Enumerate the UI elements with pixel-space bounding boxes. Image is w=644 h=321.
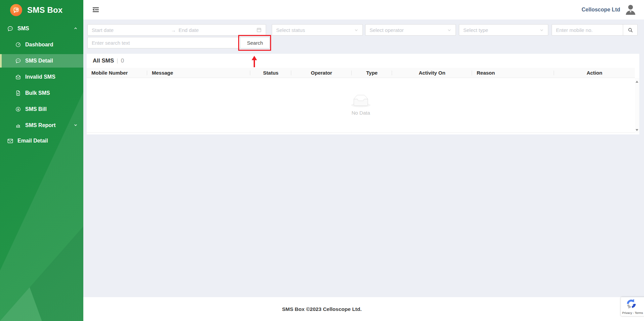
all-sms-title: All SMS [93,57,114,64]
search-icon [628,27,633,33]
chevron-down-icon [354,28,358,32]
type-select-placeholder: Select type [463,27,540,33]
date-range-picker[interactable]: Start date → End date [87,24,266,36]
search-button[interactable]: Search [240,37,270,48]
brand-logo[interactable]: SMS Box [0,0,83,20]
start-date-placeholder: Start date [92,27,170,33]
sidebar-item-label: Invalid SMS [25,74,55,80]
search-button-label: Search [247,40,263,46]
sms-box-logo-icon [10,4,22,16]
sidebar-item-sms-report[interactable]: SMS Report [0,119,83,132]
sidebar-item-dashboard[interactable]: Dashboard [0,38,83,51]
envelope-icon [7,138,13,144]
col-status: Status [250,68,291,78]
user-menu[interactable]: Celloscope Ltd [582,0,637,19]
chevron-down-icon [447,28,452,32]
user-name: Celloscope Ltd [582,7,620,13]
sidebar-item-sms-bill[interactable]: $ SMS Bill [0,103,83,116]
col-activity-on: Activity On [392,68,472,78]
sidebar-item-bulk-sms[interactable]: Bulk SMS [0,86,83,100]
sidebar-item-sms-detail[interactable]: SMS Detail [0,54,83,68]
sidebar-item-email-detail[interactable]: Email Detail [0,134,83,148]
mobile-number-input[interactable] [552,24,623,36]
end-date-placeholder: End date [179,27,257,33]
recaptcha-privacy-terms[interactable]: Privacy - Terms [621,311,644,315]
col-mobile-number: Mobile Number [87,68,147,78]
bar-chart-icon [15,122,21,128]
message-icon [15,58,21,64]
scroll-up-icon[interactable] [636,81,638,83]
copyright-text: SMS Box ©2023 Celloscope Ltd. [282,306,361,312]
sidebar-item-label: SMS Report [25,122,56,128]
menu-fold-toggle[interactable] [92,6,101,14]
mail-open-icon [15,74,21,80]
svg-text:$: $ [17,108,19,111]
col-message: Message [147,68,250,78]
empty-inbox-icon [351,95,371,107]
chevron-up-icon [73,26,78,32]
range-arrow-icon: → [170,27,179,33]
page-footer: SMS Box ©2023 Celloscope Ltd. [83,297,644,321]
table-header-row: Mobile Number Message Status Operator Ty… [87,68,635,78]
table-scrollbar[interactable] [635,78,639,133]
chevron-down-icon [73,123,78,129]
sms-count: 0 [121,57,124,64]
recaptcha-icon [626,298,637,310]
top-bar: Celloscope Ltd [83,0,644,19]
sidebar: SMS Box SMS Da [0,0,83,321]
app-window: SMS Box SMS Da [0,0,644,321]
sidebar-item-label: SMS Detail [25,58,53,64]
sidebar-item-label: SMS [17,26,29,32]
no-data-text: No Data [351,110,370,116]
table-body-empty: No Data [87,78,635,133]
col-type: Type [352,68,392,78]
calendar-icon [256,27,262,33]
recaptcha-badge[interactable]: Privacy - Terms [621,297,644,316]
title-divider: | [117,57,118,64]
scroll-down-icon[interactable] [636,129,638,131]
brand-title: SMS Box [27,5,62,15]
sidebar-item-label: SMS Bill [25,106,47,112]
file-excel-icon [15,90,21,96]
dollar-circle-icon: $ [15,106,21,112]
col-reason: Reason [472,68,554,78]
message-icon [7,26,13,32]
chevron-down-icon [540,28,544,32]
results-panel: All SMS | 0 Mobile Number Message Status… [87,54,639,134]
sidebar-item-label: Dashboard [25,42,53,48]
operator-select-placeholder: Select operator [370,27,447,33]
status-select[interactable]: Select status [272,24,363,36]
sidebar-item-sms[interactable]: SMS [0,22,83,35]
dashboard-icon [15,42,21,48]
sidebar-item-label: Bulk SMS [25,90,50,96]
sidebar-item-invalid-sms[interactable]: Invalid SMS [0,70,83,84]
panel-title: All SMS | 0 [87,54,639,68]
menu-fold-icon [92,6,99,13]
status-select-placeholder: Select status [276,27,354,33]
operator-select[interactable]: Select operator [365,24,456,36]
col-action: Action [554,68,635,78]
search-text-input[interactable] [87,37,241,48]
mobile-search-button[interactable] [623,24,638,36]
type-select[interactable]: Select type [459,24,548,36]
col-operator: Operator [291,68,352,78]
avatar-icon [625,4,637,16]
sidebar-item-label: Email Detail [17,138,48,144]
